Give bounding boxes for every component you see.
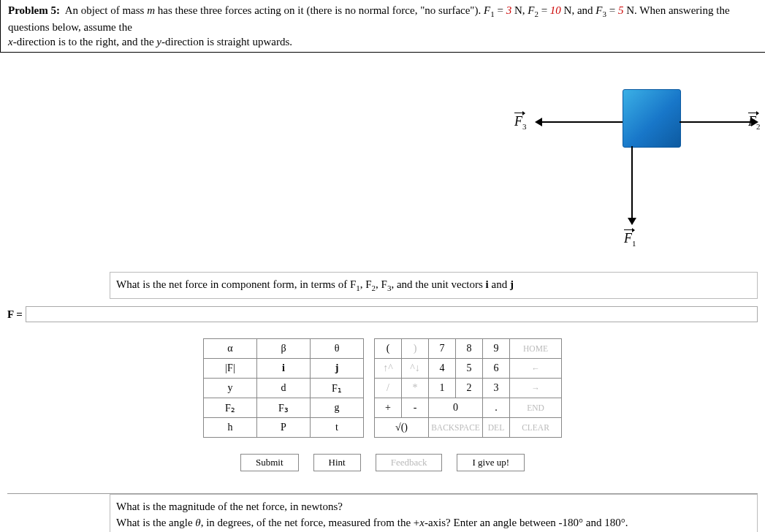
label-f2: F2 bbox=[748, 113, 761, 131]
var-x: x bbox=[8, 36, 13, 48]
val-f1: 3 bbox=[506, 4, 512, 16]
key-lparen[interactable]: ( bbox=[375, 339, 402, 359]
answer-label: F = bbox=[7, 308, 23, 321]
var-f1: F bbox=[484, 4, 490, 16]
key-1[interactable]: 1 bbox=[429, 379, 456, 398]
text: N, bbox=[511, 4, 528, 16]
keypad-area: α β θ |F| i j y d F₁ F₂ F₃ g h P t ( ) 7 bbox=[0, 338, 765, 438]
eq: = bbox=[495, 4, 506, 16]
var-f3: F bbox=[595, 4, 602, 16]
key-theta[interactable]: θ bbox=[311, 339, 364, 359]
key-7[interactable]: 7 bbox=[429, 339, 456, 359]
text: -direction is to the right, and the bbox=[13, 36, 157, 48]
key-absf[interactable]: |F| bbox=[204, 359, 257, 379]
key-sqrt[interactable]: √() bbox=[375, 418, 429, 438]
key-del[interactable]: DEL bbox=[483, 418, 510, 438]
key-j[interactable]: j bbox=[311, 359, 364, 379]
key-home[interactable]: HOME bbox=[510, 339, 562, 359]
eq: = bbox=[606, 4, 618, 16]
key-2[interactable]: 2 bbox=[456, 379, 483, 398]
arrow-f1 bbox=[631, 146, 633, 219]
text: N, and bbox=[561, 4, 596, 16]
key-minus[interactable]: - bbox=[402, 398, 429, 418]
arrow-head-left-icon bbox=[535, 118, 542, 126]
text: -direction is straight upwards. bbox=[161, 36, 292, 48]
key-y[interactable]: y bbox=[204, 379, 257, 398]
key-left[interactable]: ← bbox=[510, 359, 562, 379]
key-beta[interactable]: β bbox=[257, 339, 311, 359]
eq: = bbox=[538, 4, 550, 16]
answer-input[interactable] bbox=[26, 306, 758, 322]
arrow-f2 bbox=[680, 121, 751, 123]
followup-q2: What is the angle θ, in degrees, of the … bbox=[116, 517, 628, 528]
action-buttons: Submit Hint Feedback I give up! bbox=[0, 454, 765, 471]
key-d[interactable]: d bbox=[257, 379, 311, 398]
key-f2[interactable]: F₂ bbox=[204, 398, 257, 418]
hint-button[interactable]: Hint bbox=[313, 454, 361, 471]
key-9[interactable]: 9 bbox=[483, 339, 510, 359]
key-right[interactable]: → bbox=[510, 379, 562, 398]
val-f3: 5 bbox=[618, 4, 624, 16]
key-f1[interactable]: F₁ bbox=[311, 379, 364, 398]
feedback-button[interactable]: Feedback bbox=[376, 454, 443, 471]
question-panel: What is the net force in component form,… bbox=[110, 272, 758, 299]
key-alpha[interactable]: α bbox=[204, 339, 257, 359]
key-g[interactable]: g bbox=[311, 398, 364, 418]
followup-questions: What is the magnitude of the net force, … bbox=[110, 494, 757, 532]
key-clear[interactable]: CLEAR bbox=[510, 418, 562, 438]
key-t[interactable]: t bbox=[311, 418, 364, 438]
problem-label: Problem 5: bbox=[8, 4, 60, 16]
giveup-button[interactable]: I give up! bbox=[457, 454, 525, 471]
key-rparen[interactable]: ) bbox=[402, 339, 429, 359]
key-4[interactable]: 4 bbox=[429, 359, 456, 379]
key-h[interactable]: h bbox=[204, 418, 257, 438]
number-keypad: ( ) 7 8 9 HOME ↑^ ^↓ 4 5 6 ← / * 1 2 3 →… bbox=[374, 338, 562, 438]
key-6[interactable]: 6 bbox=[483, 359, 510, 379]
submit-button[interactable]: Submit bbox=[240, 454, 299, 471]
arrow-f3 bbox=[541, 121, 623, 123]
label-f3: F3 bbox=[514, 113, 527, 131]
key-sup-up[interactable]: ↑^ bbox=[375, 359, 402, 379]
key-f3[interactable]: F₃ bbox=[257, 398, 311, 418]
key-div[interactable]: / bbox=[375, 379, 402, 398]
followup-q1: What is the magnitude of the net force, … bbox=[116, 501, 343, 512]
followup-panel: What is the magnitude of the net force, … bbox=[110, 494, 758, 532]
key-mul[interactable]: * bbox=[402, 379, 429, 398]
key-end[interactable]: END bbox=[510, 398, 562, 418]
key-3[interactable]: 3 bbox=[483, 379, 510, 398]
key-sup-dn[interactable]: ^↓ bbox=[402, 359, 429, 379]
val-f2: 10 bbox=[550, 4, 561, 16]
text: has these three forces acting on it (the… bbox=[155, 4, 484, 16]
key-i[interactable]: i bbox=[257, 359, 311, 379]
question-prompt: What is the net force in component form,… bbox=[110, 273, 757, 298]
var-f2: F bbox=[528, 4, 534, 16]
key-p[interactable]: P bbox=[257, 418, 311, 438]
problem-statement: Problem 5: An object of mass m has these… bbox=[0, 0, 765, 53]
key-5[interactable]: 5 bbox=[456, 359, 483, 379]
symbol-keypad: α β θ |F| i j y d F₁ F₂ F₃ g h P t bbox=[203, 338, 364, 438]
label-f1: F1 bbox=[624, 229, 636, 248]
text: An object of mass bbox=[65, 4, 147, 16]
key-backspace[interactable]: BACKSPACE bbox=[429, 418, 483, 438]
key-dot[interactable]: . bbox=[483, 398, 510, 418]
key-8[interactable]: 8 bbox=[456, 339, 483, 359]
key-0[interactable]: 0 bbox=[429, 398, 483, 418]
free-body-diagram: F3 F2 F1 bbox=[0, 53, 765, 250]
answer-row: F = bbox=[7, 306, 758, 322]
arrow-head-down-icon bbox=[628, 218, 636, 225]
key-plus[interactable]: + bbox=[375, 398, 402, 418]
var-y: y bbox=[156, 36, 161, 48]
var-m: m bbox=[147, 4, 155, 16]
block bbox=[623, 89, 681, 148]
